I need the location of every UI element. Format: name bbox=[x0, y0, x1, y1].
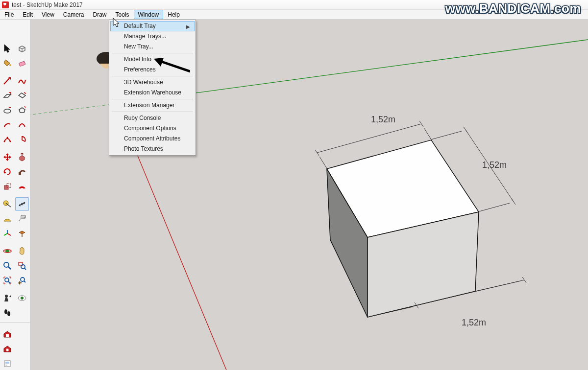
menu-tools[interactable]: Tools bbox=[111, 10, 134, 19]
tool-arc[interactable] bbox=[0, 118, 14, 132]
dimension-bottom-label: 1,52m bbox=[462, 318, 486, 327]
menu-item-preferences[interactable]: Preferences bbox=[110, 65, 195, 75]
svg-line-34 bbox=[319, 157, 327, 168]
tool-extension-warehouse[interactable] bbox=[0, 342, 14, 356]
tool-rotate[interactable] bbox=[0, 165, 14, 179]
svg-point-5 bbox=[4, 141, 5, 142]
tool-look-around[interactable] bbox=[15, 291, 29, 305]
svg-line-35 bbox=[424, 128, 431, 139]
menu-item-new-tray[interactable]: New Tray... bbox=[110, 42, 195, 52]
tool-pan[interactable] bbox=[15, 244, 29, 258]
svg-point-6 bbox=[10, 141, 11, 142]
tool-3d-warehouse[interactable] bbox=[0, 327, 14, 341]
tool-tape-measure[interactable] bbox=[0, 197, 14, 211]
window-title: test - SketchUp Make 2017 bbox=[12, 1, 83, 8]
tool-zoom[interactable] bbox=[0, 259, 14, 273]
dimension-right-label: 1,52m bbox=[482, 160, 507, 170]
tool-rotated-rectangle[interactable] bbox=[15, 89, 29, 102]
tool-scale[interactable] bbox=[0, 180, 14, 193]
tool-section-plane[interactable] bbox=[15, 227, 29, 240]
svg-text:A1: A1 bbox=[22, 215, 25, 218]
submenu-arrow-icon: ▶ bbox=[186, 23, 190, 30]
svg-line-47 bbox=[522, 277, 526, 283]
tool-line[interactable] bbox=[0, 74, 14, 88]
menu-draw[interactable]: Draw bbox=[89, 10, 111, 19]
tool-2point-arc[interactable] bbox=[15, 118, 29, 132]
tool-eraser[interactable] bbox=[15, 56, 29, 70]
svg-rect-27 bbox=[6, 334, 9, 337]
tool-zoom-window[interactable] bbox=[15, 259, 29, 273]
left-toolbar: A1 bbox=[0, 20, 30, 370]
menu-separator bbox=[112, 112, 193, 112]
menu-separator bbox=[112, 53, 193, 53]
svg-line-39 bbox=[431, 131, 462, 139]
tool-3point-arc[interactable] bbox=[0, 133, 14, 146]
svg-rect-3 bbox=[19, 61, 25, 67]
tool-axes[interactable] bbox=[0, 227, 14, 240]
svg-point-4 bbox=[4, 109, 11, 113]
svg-line-38 bbox=[419, 121, 423, 127]
tool-freehand[interactable] bbox=[15, 74, 29, 88]
tool-previous[interactable] bbox=[15, 274, 29, 287]
menu-separator bbox=[112, 99, 193, 99]
menu-view[interactable]: View bbox=[37, 10, 59, 19]
tool-pie[interactable] bbox=[15, 133, 29, 146]
menu-camera[interactable]: Camera bbox=[59, 10, 89, 19]
menu-item-extension-manager[interactable]: Extension Manager bbox=[110, 100, 195, 111]
menu-item-ruby-console[interactable]: Ruby Console bbox=[110, 113, 195, 123]
menu-item-default-tray[interactable]: Default Tray ▶ bbox=[110, 21, 195, 31]
menu-item-extension-warehouse[interactable]: Extension Warehouse bbox=[110, 88, 195, 98]
svg-point-25 bbox=[4, 309, 7, 314]
svg-point-7 bbox=[7, 137, 8, 139]
tool-orbit[interactable] bbox=[0, 244, 14, 258]
tool-protractor[interactable] bbox=[0, 212, 14, 226]
tool-paint-bucket[interactable] bbox=[0, 56, 14, 70]
svg-point-20 bbox=[5, 278, 9, 282]
menu-item-component-attributes[interactable]: Component Attributes bbox=[110, 134, 195, 144]
svg-rect-32 bbox=[5, 365, 7, 366]
tool-send-to-layout[interactable] bbox=[0, 357, 14, 370]
svg-line-40 bbox=[479, 203, 510, 211]
label: Default Tray bbox=[124, 23, 156, 29]
menu-item-manage-trays[interactable]: Manage Trays... bbox=[110, 31, 195, 42]
tool-dimension[interactable] bbox=[15, 197, 29, 211]
watermark-bandicam: www.BANDICAM.com bbox=[439, 0, 588, 18]
menu-item-3d-warehouse[interactable]: 3D Warehouse bbox=[110, 77, 195, 88]
svg-point-19 bbox=[21, 265, 25, 269]
tool-position-camera[interactable] bbox=[0, 291, 14, 305]
svg-line-43 bbox=[512, 199, 515, 205]
menu-separator bbox=[112, 76, 193, 76]
menu-window[interactable]: Window bbox=[134, 10, 164, 19]
svg-line-42 bbox=[464, 127, 467, 133]
tool-move[interactable] bbox=[0, 150, 14, 164]
tool-circle[interactable] bbox=[0, 103, 14, 117]
tool-select[interactable] bbox=[0, 42, 14, 55]
svg-point-26 bbox=[7, 311, 10, 316]
tool-zoom-extents[interactable] bbox=[0, 274, 14, 287]
tool-walk[interactable] bbox=[0, 306, 14, 320]
tool-make-component[interactable] bbox=[15, 42, 29, 55]
tool-polygon[interactable] bbox=[15, 103, 29, 117]
menu-file[interactable]: File bbox=[0, 10, 18, 19]
svg-line-37 bbox=[315, 150, 319, 156]
tool-text[interactable]: A1 bbox=[15, 212, 29, 226]
menu-help[interactable]: Help bbox=[163, 10, 184, 19]
axis-green-neg bbox=[30, 104, 116, 127]
tool-follow-me[interactable] bbox=[15, 165, 29, 179]
svg-rect-8 bbox=[19, 172, 21, 175]
menu-item-model-info[interactable]: Model Info bbox=[110, 54, 195, 65]
menu-item-photo-textures[interactable]: Photo Textures bbox=[110, 144, 195, 154]
cube-model[interactable] bbox=[327, 140, 479, 317]
svg-point-24 bbox=[21, 297, 24, 300]
tool-rectangle[interactable] bbox=[0, 89, 14, 102]
svg-point-22 bbox=[5, 295, 8, 298]
svg-point-21 bbox=[21, 278, 24, 281]
svg-point-17 bbox=[4, 262, 9, 267]
svg-point-2 bbox=[9, 64, 11, 66]
tool-offset[interactable] bbox=[15, 180, 29, 193]
app-icon bbox=[2, 1, 9, 8]
window-menu-dropdown: Default Tray ▶ Manage Trays... New Tray.… bbox=[109, 20, 196, 156]
menu-item-component-options[interactable]: Component Options bbox=[110, 123, 195, 134]
menu-edit[interactable]: Edit bbox=[18, 10, 37, 19]
tool-push-pull[interactable] bbox=[15, 150, 29, 164]
